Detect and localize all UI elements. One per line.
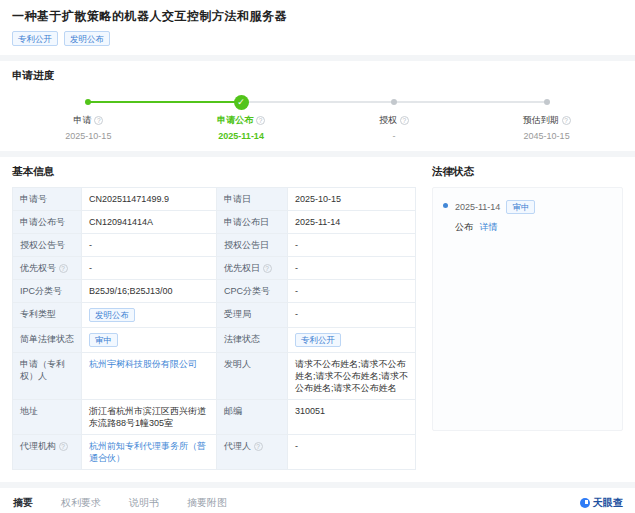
timeline-step-estimated-expiry: 预估到期? 2045-10-15 [470,93,623,141]
document-tabbar: 摘要 权利要求 说明书 摘要附图 天眼查 [0,488,635,513]
legal-status-date: 2025-11-14 [455,202,500,212]
field-label-publication-no: 申请公布号 [13,211,81,233]
legal-status-title: 法律状态 [432,165,623,179]
timeline-dot-icon [85,99,91,105]
application-timeline: 申请? 2025-10-15 ✓ 申请公布? 2025-11-14 授权? - … [12,93,623,141]
basic-info-table: 申请号 CN202511471499.9 申请日 2025-10-15 申请公布… [12,187,416,470]
field-label-agent: 代理人 ? [217,435,287,469]
field-label-simple-legal-status: 简单法律状态 [13,328,81,352]
basic-info-title: 基本信息 [12,165,416,179]
field-value-patent-type: 发明公布 [82,303,216,327]
timeline-dot-icon [544,99,550,105]
field-value-application-no: CN202511471499.9 [82,188,216,210]
timeline-step-date: 2045-10-15 [524,131,570,141]
basic-info-panel: 基本信息 申请号 CN202511471499.9 申请日 2025-10-15… [12,165,416,470]
field-label-accepting-office: 受理局 [217,303,287,327]
help-icon[interactable]: ? [400,116,409,125]
field-label-priority-date: 优先权日 ? [217,257,287,279]
help-icon[interactable]: ? [254,442,263,451]
field-value-address: 浙江省杭州市滨江区西兴街道东流路88号1幢305室 [82,400,216,434]
patent-detail-page: 一种基于扩散策略的机器人交互控制方法和服务器 专利公开 发明公布 申请进度 申请… [0,0,635,513]
title-tags: 专利公开 发明公布 [12,31,623,46]
timeline-step-grant: 授权? - [318,93,471,141]
field-value-ipc: B25J9/16;B25J13/00 [82,280,216,302]
timeline-step-date: 2025-10-15 [65,131,111,141]
field-label-grant-no: 授权公告号 [13,234,81,256]
timeline-step-application: 申请? 2025-10-15 [12,93,165,141]
field-label-publication-date: 申请公布日 [217,211,287,233]
bullet-dot-icon [443,203,448,208]
field-value-priority-no: - [82,257,216,279]
field-value-legal-status: 专利公开 [288,328,415,352]
help-icon[interactable]: ? [59,442,68,451]
patent-type-badge: 发明公布 [89,308,135,322]
field-label-inventors: 发明人 [217,353,287,399]
legal-status-list: 2025-11-14 审中 公布 详情 [432,187,623,431]
field-value-applicant: 杭州宇树科技股份有限公司 [82,353,216,399]
field-label-application-date: 申请日 [217,188,287,210]
field-value-agency: 杭州前知专利代理事务所（普通合伙） [82,435,216,469]
legal-status-panel: 法律状态 2025-11-14 审中 公布 详情 [416,165,623,470]
timeline-dot-icon [391,99,397,105]
title-section: 一种基于扩散策略的机器人交互控制方法和服务器 专利公开 发明公布 [0,0,635,55]
field-label-address: 地址 [13,400,81,434]
progress-section-title: 申请进度 [12,69,623,83]
field-label-patent-type: 专利类型 [13,303,81,327]
field-value-grant-date: - [288,234,415,256]
help-icon[interactable]: ? [94,116,103,125]
tianyancha-logo: 天眼查 [580,496,623,510]
tab-claims[interactable]: 权利要求 [60,488,102,513]
field-value-postcode: 310051 [288,400,415,434]
patent-open-tag: 专利公开 [12,31,58,46]
invention-publication-tag: 发明公布 [64,31,110,46]
application-progress-section: 申请进度 申请? 2025-10-15 ✓ 申请公布? 2025-11-14 授… [0,61,635,151]
timeline-step-date: 2025-11-14 [218,131,264,141]
field-label-legal-status: 法律状态 [217,328,287,352]
field-value-application-date: 2025-10-15 [288,188,415,210]
field-label-ipc: IPC分类号 [13,280,81,302]
help-icon[interactable]: ? [562,116,571,125]
legal-status-detail-link[interactable]: 详情 [480,222,498,232]
patent-open-badge: 专利公开 [295,333,341,347]
field-label-agency: 代理机构 ? [13,435,81,469]
applicant-link[interactable]: 杭州宇树科技股份有限公司 [89,359,197,369]
brand-name: 天眼查 [593,496,623,510]
field-value-priority-date: - [288,257,415,279]
field-value-grant-no: - [82,234,216,256]
field-label-postcode: 邮编 [217,400,287,434]
field-label-applicant: 申请（专利权）人 [13,353,81,399]
field-value-cpc: - [288,280,415,302]
timeline-step-date: - [392,131,395,141]
timeline-step-publication: ✓ 申请公布? 2025-11-14 [165,93,318,141]
help-icon[interactable]: ? [59,264,68,273]
tab-abstract[interactable]: 摘要 [12,488,34,513]
field-value-accepting-office: - [288,303,415,327]
info-section: 基本信息 申请号 CN202511471499.9 申请日 2025-10-15… [0,157,635,482]
under-review-badge: 审中 [89,333,118,347]
page-title: 一种基于扩散策略的机器人交互控制方法和服务器 [12,8,623,25]
legal-status-event: 公布 [455,222,473,232]
field-value-simple-legal-status: 审中 [82,328,216,352]
under-review-badge: 审中 [506,200,535,214]
field-value-publication-no: CN120941414A [82,211,216,233]
document-section: 摘要 权利要求 说明书 摘要附图 天眼查 本发明公开了一种基于扩散策略的机器人交… [0,488,635,513]
field-value-agent: - [288,435,415,469]
field-label-priority-no: 优先权号 ? [13,257,81,279]
help-icon[interactable]: ? [256,116,265,125]
legal-status-item: 2025-11-14 审中 公布 详情 [443,200,612,234]
field-label-application-no: 申请号 [13,188,81,210]
check-icon: ✓ [234,95,249,110]
field-value-publication-date: 2025-11-14 [288,211,415,233]
tianyancha-eye-icon [580,498,590,508]
help-icon[interactable]: ? [263,264,272,273]
field-label-grant-date: 授权公告日 [217,234,287,256]
field-label-cpc: CPC分类号 [217,280,287,302]
field-value-inventors: 请求不公布姓名;请求不公布姓名;请求不公布姓名;请求不公布姓名;请求不公布姓名 [288,353,415,399]
tab-description[interactable]: 说明书 [128,488,160,513]
tab-abstract-drawing[interactable]: 摘要附图 [186,488,228,513]
agency-link[interactable]: 杭州前知专利代理事务所（普通合伙） [89,441,206,463]
